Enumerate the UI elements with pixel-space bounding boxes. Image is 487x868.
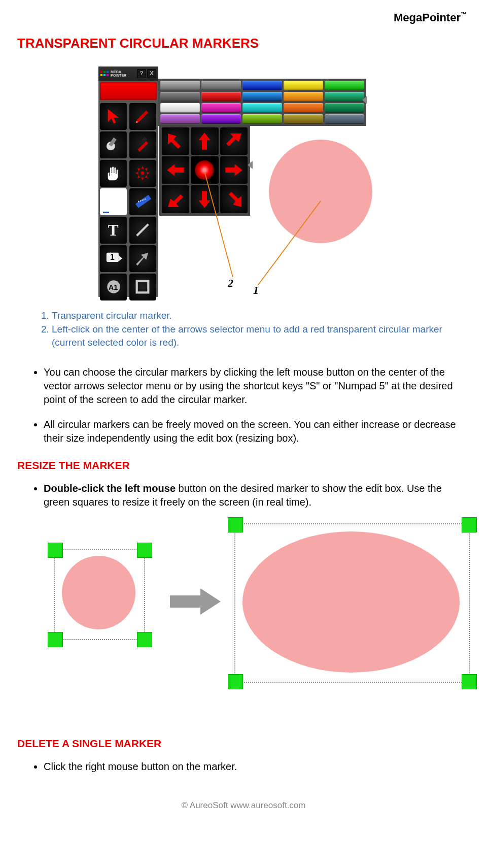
page-title: TRANSPARENT CIRCULAR MARKERS — [17, 35, 470, 52]
legend-item-1: Transparent circular marker. — [52, 309, 470, 322]
svg-line-17 — [205, 173, 233, 277]
resize-handle[interactable] — [228, 674, 243, 689]
delete-instruction: Click the right mouse button on the mark… — [44, 760, 465, 774]
resize-handle[interactable] — [137, 543, 152, 558]
legend-item-2: Left-click on the center of the arrows s… — [52, 323, 470, 349]
figure-resize — [32, 520, 470, 723]
brand-label: MegaPointer™ — [17, 10, 470, 25]
marker-small — [62, 556, 135, 629]
callout-number-2: 2 — [228, 276, 233, 291]
resize-handle[interactable] — [48, 543, 63, 558]
delete-heading: DELETE A SINGLE MARKER — [17, 737, 470, 751]
callout-number-1: 1 — [253, 283, 259, 298]
resize-handle[interactable] — [462, 517, 477, 532]
resize-heading: RESIZE THE MARKER — [17, 458, 470, 473]
bullet-move-marker: All circular markers can be freely moved… — [44, 418, 465, 445]
transition-arrow-icon — [167, 586, 223, 617]
figure-legend: Transparent circular marker. Left-click … — [38, 309, 470, 349]
resize-instruction: Double-click the left mouse button on th… — [44, 482, 465, 509]
figure-toolbar: MEGAPOINTER ? X T 1 A1 — [98, 66, 382, 297]
page-footer: © AureoSoft www.aureosoft.com — [0, 800, 487, 817]
bullet-choose-marker: You can choose the circular markers by c… — [44, 365, 465, 407]
marker-large — [242, 531, 460, 673]
resize-handle[interactable] — [228, 517, 243, 532]
callout-lines — [98, 66, 382, 297]
resize-handle[interactable] — [48, 632, 63, 647]
svg-line-18 — [258, 201, 321, 285]
resize-handle[interactable] — [462, 674, 477, 689]
resize-handle[interactable] — [137, 632, 152, 647]
